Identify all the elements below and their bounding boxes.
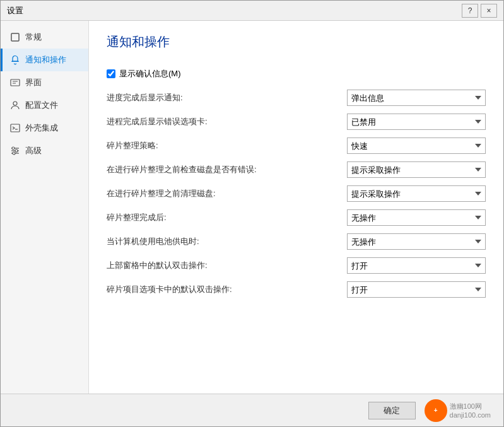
main-content: 常规 通知和操作 界面 配置文件 外壳集成 高级 通知和操作 显示确认信息(M)… — [1, 21, 503, 394]
setting-label-0: 进度完成后显示通知: — [107, 92, 347, 103]
setting-label-1: 进程完成后显示错误选项卡: — [107, 116, 347, 127]
setting-select-0[interactable]: 弹出信息无操作系统通知 — [347, 90, 486, 106]
setting-select-6[interactable]: 无操作暂停停止 — [347, 233, 486, 250]
watermark: + 激幽100网 danji100.com — [425, 399, 491, 422]
setting-label-7: 上部窗格中的默认双击操作: — [107, 260, 347, 271]
page-title: 通知和操作 — [107, 33, 486, 57]
bell-icon — [10, 55, 20, 65]
sidebar-label-profile: 配置文件 — [25, 100, 58, 111]
setting-select-4[interactable]: 提示采取操作无操作自动 — [347, 185, 486, 202]
watermark-icon: + — [434, 407, 438, 414]
window-title: 设置 — [7, 5, 23, 16]
setting-row-7: 上部窗格中的默认双击操作:打开碎片整理分析 — [107, 257, 486, 274]
setting-row-0: 进度完成后显示通知:弹出信息无操作系统通知 — [107, 90, 486, 106]
shell-icon — [10, 123, 20, 133]
setting-rows: 进度完成后显示通知:弹出信息无操作系统通知进程完成后显示错误选项卡:已禁用启用碎… — [107, 90, 486, 298]
circle-icon — [10, 78, 20, 88]
svg-rect-2 — [11, 79, 20, 86]
setting-select-2[interactable]: 快速完整自动 — [347, 137, 486, 154]
sidebar-label-general: 常规 — [25, 32, 42, 43]
watermark-text: 激幽100网 — [450, 402, 491, 411]
confirm-checkbox[interactable] — [107, 69, 115, 78]
close-button[interactable]: × — [481, 4, 497, 18]
help-button[interactable]: ? — [462, 4, 478, 18]
sidebar-item-profile[interactable]: 配置文件 — [1, 94, 88, 117]
setting-label-8: 碎片项目选项卡中的默认双击操作: — [107, 284, 347, 295]
setting-row-6: 当计算机使用电池供电时:无操作暂停停止 — [107, 233, 486, 250]
setting-select-5[interactable]: 无操作关机重启 — [347, 209, 486, 226]
settings-window: 设置 ? × 常规 通知和操作 界面 配置文件 外壳集成 高级 — [0, 0, 504, 427]
svg-point-13 — [13, 152, 15, 155]
sidebar-item-notify[interactable]: 通知和操作 — [1, 49, 88, 71]
setting-row-3: 在进行碎片整理之前检查磁盘是否有错误:提示采取操作无操作自动 — [107, 161, 486, 178]
setting-label-5: 碎片整理完成后: — [107, 212, 347, 223]
setting-select-7[interactable]: 打开碎片整理分析 — [347, 257, 486, 274]
title-controls: ? × — [462, 4, 497, 18]
watermark-site: danji100.com — [450, 411, 491, 419]
footer: 确定 + 激幽100网 danji100.com — [1, 394, 503, 426]
sidebar-label-ui: 界面 — [25, 77, 42, 88]
setting-label-2: 碎片整理策略: — [107, 140, 347, 151]
setting-label-6: 当计算机使用电池供电时: — [107, 236, 347, 247]
setting-row-1: 进程完成后显示错误选项卡:已禁用启用 — [107, 114, 486, 130]
sliders-icon — [10, 146, 20, 156]
sidebar-item-ui[interactable]: 界面 — [1, 71, 88, 94]
svg-point-5 — [13, 102, 17, 105]
watermark-logo: + — [425, 399, 447, 422]
sidebar-label-shell: 外壳集成 — [25, 122, 58, 134]
title-bar: 设置 ? × — [1, 1, 503, 21]
confirm-checkbox-label[interactable]: 显示确认信息(M) — [119, 68, 181, 79]
setting-row-4: 在进行碎片整理之前清理磁盘:提示采取操作无操作自动 — [107, 185, 486, 202]
setting-row-8: 碎片项目选项卡中的默认双击操作:打开碎片整理分析 — [107, 281, 486, 298]
svg-point-12 — [15, 149, 18, 152]
sidebar-label-advanced: 高级 — [25, 145, 42, 156]
setting-select-3[interactable]: 提示采取操作无操作自动 — [347, 161, 486, 178]
sidebar-item-advanced[interactable]: 高级 — [1, 139, 88, 162]
square-icon — [10, 32, 20, 42]
svg-rect-0 — [11, 33, 19, 41]
setting-row-2: 碎片整理策略:快速完整自动 — [107, 137, 486, 154]
setting-label-4: 在进行碎片整理之前清理磁盘: — [107, 188, 347, 199]
sidebar-item-general[interactable]: 常规 — [1, 26, 88, 49]
sidebar-item-shell[interactable]: 外壳集成 — [1, 117, 88, 139]
sidebar-label-notify: 通知和操作 — [25, 54, 66, 66]
confirm-checkbox-row: 显示确认信息(M) — [107, 68, 486, 79]
profile-icon — [10, 100, 20, 110]
setting-select-8[interactable]: 打开碎片整理分析 — [347, 281, 486, 298]
content-area: 通知和操作 显示确认信息(M) 进度完成后显示通知:弹出信息无操作系统通知进程完… — [89, 21, 503, 394]
setting-select-1[interactable]: 已禁用启用 — [347, 114, 486, 130]
sidebar: 常规 通知和操作 界面 配置文件 外壳集成 高级 — [1, 21, 89, 394]
watermark-info: 激幽100网 danji100.com — [450, 402, 491, 419]
ok-button[interactable]: 确定 — [368, 402, 416, 419]
setting-label-3: 在进行碎片整理之前检查磁盘是否有错误: — [107, 164, 347, 175]
setting-row-5: 碎片整理完成后:无操作关机重启 — [107, 209, 486, 226]
svg-point-11 — [12, 147, 15, 149]
